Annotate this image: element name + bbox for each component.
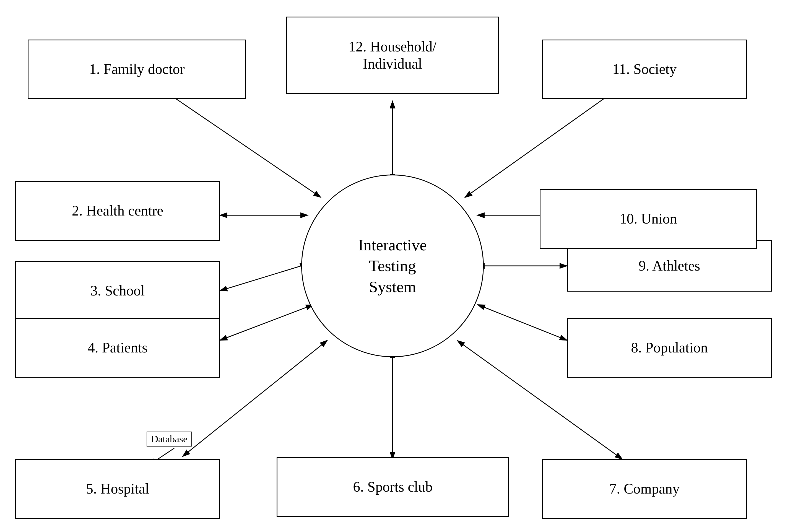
center-label: Interactive Testing System	[358, 235, 427, 297]
node-3-label: 3. School	[91, 282, 145, 299]
node-2: 2. Health centre	[15, 181, 220, 241]
node-11: 11. Society	[542, 40, 747, 99]
node-7: 7. Company	[542, 459, 747, 519]
node-1: 1. Family doctor	[28, 40, 246, 99]
node-7-label: 7. Company	[609, 480, 680, 498]
svg-line-5	[220, 307, 307, 340]
node-4: 4. Patients	[15, 318, 220, 378]
node-12-label: 12. Household/ Individual	[349, 38, 436, 73]
node-8: 8. Population	[567, 318, 772, 378]
node-1-label: 1. Family doctor	[89, 60, 184, 78]
svg-line-4	[220, 266, 301, 291]
node-6-label: 6. Sports club	[353, 478, 432, 496]
node-2-label: 2. Health centre	[72, 202, 163, 219]
node-5: 5. Hospital	[15, 459, 220, 519]
node-4-label: 4. Patients	[88, 339, 148, 356]
diagram-container: Interactive Testing System 1. Family doc…	[0, 0, 785, 532]
node-9-label: 9. Athletes	[639, 257, 700, 274]
node-6: 6. Sports club	[277, 457, 509, 517]
center-node: Interactive Testing System	[301, 175, 484, 357]
node-12: 12. Household/ Individual	[286, 17, 499, 94]
node-11-label: 11. Society	[612, 60, 677, 78]
node-8-label: 8. Population	[631, 339, 708, 356]
node-10-label: 10. Union	[619, 210, 677, 227]
node-5-label: 5. Hospital	[86, 480, 149, 498]
database-label: Database	[147, 432, 192, 447]
node-3: 3. School	[15, 261, 220, 321]
svg-line-10	[484, 307, 567, 340]
node-10: 10. Union	[540, 189, 757, 249]
